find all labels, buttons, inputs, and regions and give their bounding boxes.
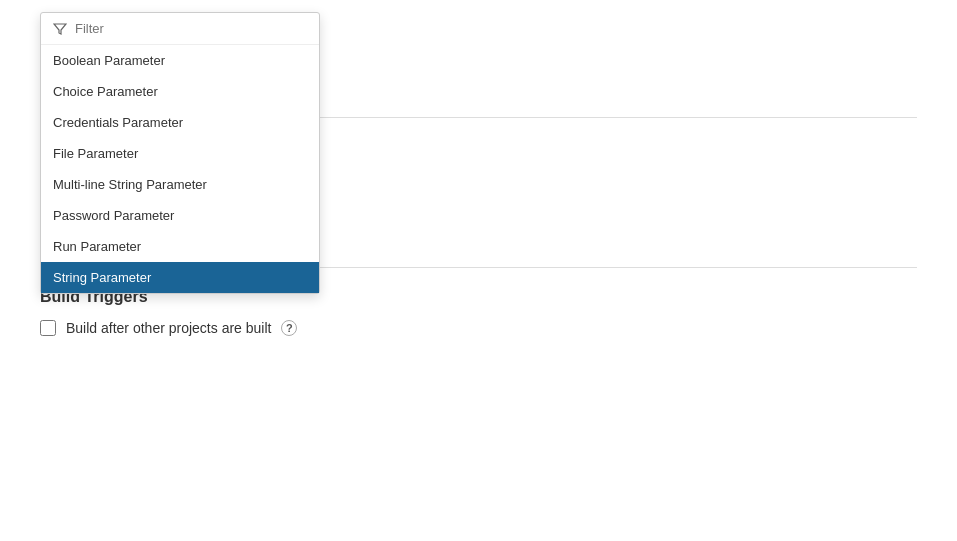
filter-icon <box>53 22 67 36</box>
dropdown-item-multiline[interactable]: Multi-line String Parameter <box>41 169 319 200</box>
dropdown-item-run[interactable]: Run Parameter <box>41 231 319 262</box>
dropdown-item-file[interactable]: File Parameter <box>41 138 319 169</box>
page-container: Site M Op... efault site from parent fol… <box>0 0 957 541</box>
dropdown-item-credentials[interactable]: Credentials Parameter <box>41 107 319 138</box>
build-after-label: Build after other projects are built <box>66 320 271 336</box>
dropdown-item-string[interactable]: String Parameter <box>41 262 319 293</box>
dropdown-item-password[interactable]: Password Parameter <box>41 200 319 231</box>
build-after-row: Build after other projects are built ? <box>40 320 917 336</box>
dropdown-filter-row <box>41 13 319 45</box>
build-triggers-section: Build Triggers Build after other project… <box>40 288 917 336</box>
dropdown-item-choice[interactable]: Choice Parameter <box>41 76 319 107</box>
filter-input[interactable] <box>75 21 307 36</box>
build-after-help-icon[interactable]: ? <box>281 320 297 336</box>
build-after-checkbox[interactable] <box>40 320 56 336</box>
dropdown-item-boolean[interactable]: Boolean Parameter <box>41 45 319 76</box>
dropdown-overlay: Boolean Parameter Choice Parameter Crede… <box>40 12 320 294</box>
